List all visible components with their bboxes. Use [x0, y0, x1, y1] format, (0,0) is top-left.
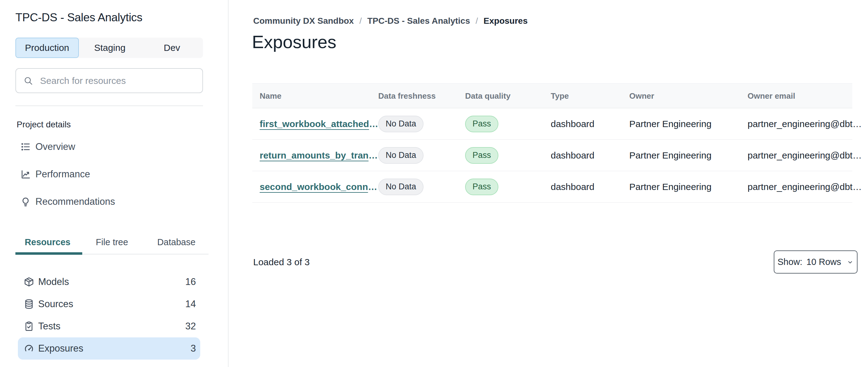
column-header-data-freshness: Data freshness [378, 91, 436, 101]
env-tab-staging-label: Staging [94, 43, 126, 53]
freshness-badge: No Data [378, 178, 424, 195]
tab-database-label: Database [157, 237, 195, 247]
sidebar-item-models[interactable]: Models 16 [16, 271, 203, 293]
breadcrumb-current: Exposures [484, 16, 528, 26]
loaded-status: Loaded 3 of 3 [253, 257, 310, 267]
view-tabs-active-indicator [16, 252, 82, 255]
exposure-name-text: first_workbook_attached [260, 119, 369, 129]
project-title: TPC-DS - Sales Analytics [16, 11, 142, 24]
search-input[interactable] [39, 75, 203, 86]
breadcrumb-separator: / [475, 16, 478, 26]
breadcrumb-project[interactable]: TPC-DS - Sales Analytics [367, 16, 470, 26]
show-rows-label: Show: [777, 257, 802, 267]
sidebar-item-partial[interactable] [16, 360, 219, 367]
owner-email-cell: partner_engineering@dbt… [748, 182, 862, 192]
sidebar-main-divider [228, 0, 228, 367]
models-count: 16 [185, 276, 196, 287]
column-header-data-quality: Data quality [465, 91, 510, 101]
table-row: second_workbook_conn… No Data Pass dashb… [252, 171, 852, 203]
nav-item-recommendations-label: Recommendations [35, 196, 115, 207]
dbt-explorer-page: TPC-DS - Sales Analytics Production Stag… [0, 0, 868, 367]
project-details-label: Project details [17, 120, 71, 130]
clipboard-check-icon [23, 321, 34, 332]
column-header-name: Name [260, 91, 282, 101]
list-icon [20, 142, 31, 152]
nav-item-recommendations[interactable]: Recommendations [16, 188, 203, 215]
resource-search[interactable] [16, 68, 203, 93]
resource-list: Models 16 Sources 14 [16, 271, 203, 360]
tab-resources[interactable]: Resources [16, 232, 80, 252]
exposure-name-text: second_workbook_conn [260, 182, 368, 192]
sources-count: 14 [185, 299, 196, 310]
nav-item-performance[interactable]: Performance [16, 160, 203, 188]
table-row: return_amounts_by_tran… No Data Pass das… [252, 140, 852, 171]
env-tab-dev-label: Dev [164, 43, 180, 53]
lightbulb-icon [20, 196, 31, 207]
quality-badge: Pass [465, 178, 498, 195]
quality-badge: Pass [465, 147, 498, 164]
freshness-badge: No Data [378, 147, 424, 164]
show-rows-dropdown[interactable]: Show: 10 Rows [774, 250, 858, 274]
sidebar: TPC-DS - Sales Analytics Production Stag… [0, 0, 228, 367]
truncation-ellipsis: … [368, 182, 377, 192]
environment-tabs: Production Staging Dev [16, 38, 203, 58]
table-header-row: Name Data freshness Data quality Type Ow… [252, 83, 852, 108]
cube-icon [23, 277, 34, 287]
search-icon [23, 76, 33, 86]
view-tabs: Resources File tree Database [16, 232, 209, 252]
tests-count: 32 [185, 321, 196, 332]
owner-cell: Partner Engineering [629, 150, 712, 161]
chevron-down-icon [846, 258, 854, 266]
owner-cell: Partner Engineering [629, 119, 712, 129]
exposures-table: Name Data freshness Data quality Type Ow… [252, 83, 852, 203]
tab-file-tree-label: File tree [96, 237, 128, 247]
column-header-type: Type [551, 91, 569, 101]
breadcrumb: Community DX Sandbox / TPC-DS - Sales An… [253, 16, 528, 26]
page-title: Exposures [252, 31, 336, 52]
breadcrumb-separator: / [360, 16, 362, 26]
freshness-badge: No Data [378, 116, 424, 132]
tab-resources-label: Resources [25, 237, 70, 247]
database-icon [23, 299, 34, 309]
env-tab-staging[interactable]: Staging [79, 38, 141, 58]
env-tab-production-label: Production [25, 43, 69, 53]
show-rows-value: 10 Rows [806, 257, 841, 267]
exposure-name-link[interactable]: return_amounts_by_tran… [260, 150, 378, 161]
nav-item-overview[interactable]: Overview [16, 133, 203, 160]
type-cell: dashboard [551, 119, 594, 129]
sidebar-item-sources-label: Sources [38, 299, 185, 310]
sidebar-item-tests[interactable]: Tests 32 [16, 315, 203, 337]
gauge-icon [23, 343, 34, 354]
breadcrumb-account[interactable]: Community DX Sandbox [253, 16, 354, 26]
project-details-nav: Overview Performance [16, 133, 203, 215]
type-cell: dashboard [551, 182, 594, 192]
quality-badge: Pass [465, 116, 498, 132]
sidebar-item-sources[interactable]: Sources 14 [16, 293, 203, 315]
type-cell: dashboard [551, 150, 594, 161]
line-chart-icon [20, 169, 31, 179]
sidebar-item-exposures-label: Exposures [38, 343, 191, 354]
env-tab-production[interactable]: Production [16, 38, 79, 58]
tab-file-tree[interactable]: File tree [80, 232, 144, 252]
tab-database[interactable]: Database [144, 232, 209, 252]
exposures-count: 3 [191, 343, 196, 354]
sidebar-divider [16, 106, 203, 106]
nav-item-overview-label: Overview [35, 141, 75, 152]
column-header-owner-email: Owner email [748, 91, 795, 101]
truncation-ellipsis: … [368, 150, 378, 160]
truncation-ellipsis: … [369, 119, 378, 129]
sidebar-item-models-label: Models [38, 276, 185, 287]
owner-cell: Partner Engineering [629, 182, 712, 192]
owner-email-cell: partner_engineering@dbt… [748, 119, 862, 129]
exposure-name-link[interactable]: first_workbook_attached… [260, 119, 378, 129]
env-tab-dev[interactable]: Dev [141, 38, 203, 58]
nav-item-performance-label: Performance [35, 169, 90, 180]
table-row: first_workbook_attached… No Data Pass da… [252, 108, 852, 140]
exposure-name-link[interactable]: second_workbook_conn… [260, 182, 377, 192]
column-header-owner: Owner [629, 91, 654, 101]
owner-email-cell: partner_engineering@dbt… [748, 150, 862, 161]
sidebar-item-exposures[interactable]: Exposures 3 [18, 337, 200, 360]
sidebar-item-tests-label: Tests [38, 321, 185, 332]
exposure-name-text: return_amounts_by_tran [260, 150, 368, 160]
